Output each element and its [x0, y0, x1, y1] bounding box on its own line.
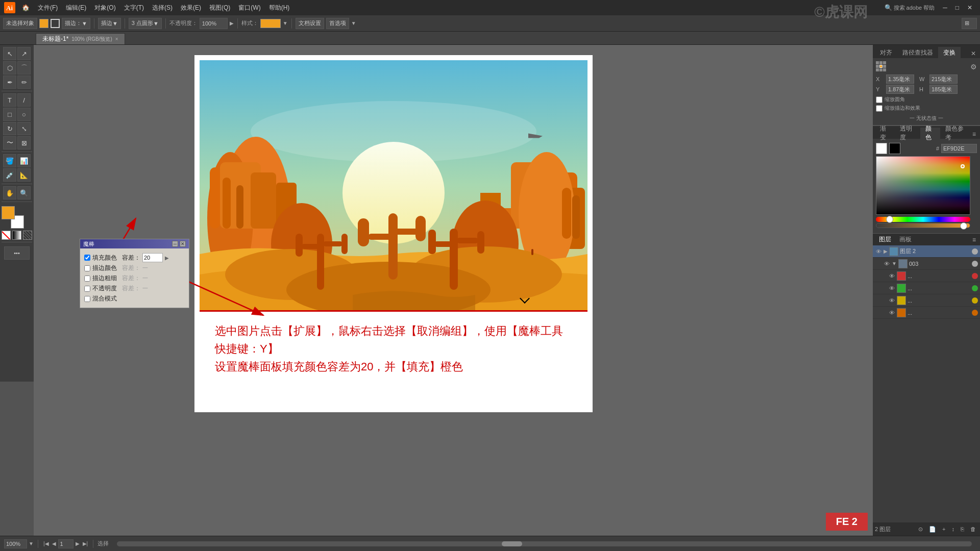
page-input[interactable]	[58, 539, 74, 548]
layer-vis-orange[interactable]: 👁	[888, 309, 895, 316]
h-input[interactable]	[929, 85, 958, 94]
menu-object[interactable]: 对象(O)	[91, 2, 119, 14]
transform-tool[interactable]: ⊠	[17, 136, 31, 149]
minimize-button[interactable]: ─	[939, 3, 951, 13]
horizontal-scrollbar[interactable]	[117, 541, 972, 546]
select-tool[interactable]: ↖	[3, 47, 16, 60]
scale-tool[interactable]: ⤡	[17, 122, 31, 135]
tab-color-ref[interactable]: 颜色参考	[940, 128, 970, 139]
layer-item-yellow[interactable]: 👁 ...	[873, 294, 980, 307]
new-layer-button[interactable]: +	[940, 525, 947, 534]
tab-layers[interactable]: 图层	[875, 234, 895, 245]
stroke-mode-selector[interactable]: 描边： ▼	[62, 18, 90, 29]
hex-input[interactable]	[941, 144, 977, 153]
layers-panel-options[interactable]: ≡	[970, 235, 978, 244]
more-tools-button[interactable]: •••	[4, 246, 30, 260]
document-tab[interactable]: 未标题-1* 100% (RGB/预览) ×	[36, 33, 125, 44]
opacity-input[interactable]	[200, 18, 228, 29]
pen-tool[interactable]: ✒	[3, 76, 16, 89]
paintbucket-tool[interactable]: 🪣	[3, 154, 16, 167]
x-input[interactable]	[886, 74, 914, 84]
menu-text[interactable]: 文字(T)	[120, 2, 148, 14]
zoom-dropdown-icon[interactable]: ▼	[29, 541, 34, 546]
opacity-slider[interactable]	[876, 223, 970, 228]
create-new-layer-button[interactable]: 📄	[927, 525, 938, 534]
warp-tool[interactable]: 〜	[3, 136, 16, 149]
points-selector[interactable]: 3 点圆形 ▼	[129, 18, 162, 29]
stroke-width-checkbox[interactable]	[84, 276, 90, 282]
tab-artboards[interactable]: 画板	[895, 234, 916, 245]
layer-item-orange[interactable]: 👁 ...	[873, 307, 980, 319]
type-tool[interactable]: T	[3, 93, 16, 107]
tab-gradient[interactable]: 渐变	[875, 128, 895, 139]
menu-effect[interactable]: 效果(E)	[177, 2, 205, 14]
rotate-tool[interactable]: ↻	[3, 122, 16, 135]
menu-edit[interactable]: 编辑(E)	[62, 2, 90, 14]
opacity-checkbox[interactable]	[84, 286, 90, 292]
menu-search[interactable]: 🔍 搜索 adobe 帮助	[881, 3, 939, 13]
hue-slider[interactable]	[876, 217, 970, 222]
pattern-swatch[interactable]	[23, 231, 32, 240]
black-swatch[interactable]	[889, 143, 900, 154]
maximize-button[interactable]: □	[952, 3, 963, 13]
layer-item-green[interactable]: 👁 ...	[873, 282, 980, 294]
layer-expand-003[interactable]: ▼	[892, 261, 897, 266]
prev-page-button[interactable]: ◀	[51, 540, 57, 547]
tool-option-selector[interactable]: 插边 ▼	[98, 18, 121, 29]
layer-vis-green[interactable]: 👁	[888, 285, 895, 292]
tab-close-button[interactable]: ×	[115, 36, 118, 42]
arrange-button[interactable]: ⊞	[962, 18, 977, 29]
white-swatch[interactable]	[876, 143, 887, 154]
layer-expand-2[interactable]: ▶	[884, 248, 888, 254]
w-input[interactable]	[929, 74, 958, 84]
gradient-swatch[interactable]	[12, 231, 21, 240]
menu-help[interactable]: 帮助(H)	[265, 2, 293, 14]
tab-transform[interactable]: 变换	[938, 47, 961, 58]
path-tool[interactable]: /	[17, 93, 31, 107]
move-layer-button[interactable]: ↕	[950, 525, 957, 534]
rect-tool[interactable]: □	[3, 108, 16, 121]
close-button[interactable]: ✕	[964, 3, 976, 13]
fg-color-swatch[interactable]	[2, 206, 15, 219]
color-panel-options[interactable]: ≡	[970, 130, 978, 139]
lasso-tool[interactable]: ⌒	[17, 61, 31, 74]
fill-tolerance-input[interactable]	[142, 253, 163, 262]
tab-color[interactable]: 颜色	[920, 128, 940, 139]
hand-tool[interactable]: ✋	[3, 186, 16, 199]
layer-item-red[interactable]: 👁 ...	[873, 270, 980, 282]
preferences-button[interactable]: 首选项	[326, 18, 349, 29]
fill-color-box[interactable]	[39, 19, 48, 28]
measure-tool[interactable]: 📐	[17, 168, 31, 182]
close-panel-button[interactable]: ✕	[969, 49, 978, 58]
scale-checkbox[interactable]	[876, 105, 883, 112]
layer-vis-2[interactable]: 👁	[875, 248, 882, 255]
blend-mode-checkbox[interactable]	[84, 296, 90, 302]
y-input[interactable]	[886, 85, 914, 94]
menu-view[interactable]: 视图(Q)	[206, 2, 234, 14]
constrain-checkbox[interactable]	[876, 96, 883, 103]
layer-vis-003[interactable]: 👁	[883, 260, 890, 267]
color-spectrum[interactable]	[876, 156, 970, 215]
stroke-icon[interactable]	[51, 19, 60, 28]
menu-home[interactable]: 🏠	[18, 3, 33, 13]
menu-window[interactable]: 窗口(W)	[235, 2, 264, 14]
duplicate-layer-button[interactable]: ⎘	[959, 525, 966, 534]
doc-settings-button[interactable]: 文档设置	[296, 18, 324, 29]
tab-pathfinder[interactable]: 路径查找器	[897, 47, 938, 58]
delete-layer-button[interactable]: 🗑	[968, 525, 978, 534]
zoom-input[interactable]	[4, 539, 27, 548]
layer-vis-yellow[interactable]: 👁	[888, 297, 895, 304]
stroke-color-checkbox[interactable]	[84, 265, 90, 271]
chart-tool[interactable]: 📊	[17, 154, 31, 167]
layer-item-003[interactable]: 👁 ▼ 003	[873, 258, 980, 270]
fill-color-checkbox[interactable]	[84, 255, 90, 261]
direct-select-tool[interactable]: ↗	[17, 47, 31, 60]
layer-item-layer2[interactable]: 👁 ▶ 图层 2	[873, 245, 980, 258]
menu-select[interactable]: 选择(S)	[149, 2, 176, 14]
tab-align[interactable]: 对齐	[875, 47, 897, 58]
make-clip-mask-button[interactable]: ⊙	[916, 525, 925, 534]
tab-transparency[interactable]: 透明度	[895, 128, 920, 139]
style-color-box[interactable]	[260, 19, 281, 28]
zoom-tool[interactable]: 🔍	[17, 186, 31, 199]
last-page-button[interactable]: ▶|	[82, 540, 89, 547]
